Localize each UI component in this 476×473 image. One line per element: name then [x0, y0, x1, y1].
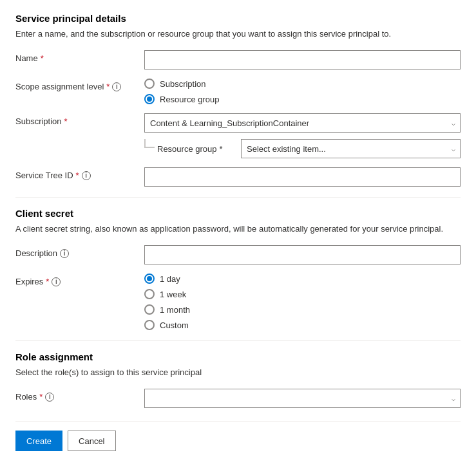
scope-resource-group-radio[interactable] [144, 94, 155, 104]
section-title-3: Role assignment [15, 351, 461, 362]
description-label: Description i [15, 245, 144, 258]
scope-radio-group: Subscription Resource group [144, 79, 461, 104]
expires-1week-radio[interactable] [144, 289, 155, 299]
subscription-label: Subscription * [15, 113, 144, 126]
section-desc-3: Select the role(s) to assign to this ser… [15, 367, 461, 377]
expires-1month-option[interactable]: 1 month [144, 304, 461, 315]
subscription-select[interactable]: Content & Learning_SubscriptionContainer [144, 113, 461, 133]
description-input[interactable] [144, 245, 461, 264]
name-input[interactable] [144, 50, 461, 70]
scope-subscription-radio[interactable] [144, 79, 155, 89]
scope-resource-group-option[interactable]: Resource group [144, 94, 461, 104]
scope-label: Scope assignment level * i [15, 79, 144, 91]
expires-custom-option[interactable]: Custom [144, 320, 461, 330]
create-button[interactable]: Create [15, 431, 62, 451]
expires-radio-group: 1 day 1 week 1 month Custom [144, 274, 461, 330]
expires-label: Expires * i [15, 274, 144, 286]
subscription-select-wrapper: Content & Learning_SubscriptionContainer… [144, 113, 461, 133]
scope-subscription-option[interactable]: Subscription [144, 79, 461, 89]
divider-1 [15, 197, 461, 198]
section-desc-1: Enter a name, and the subscription or re… [15, 29, 461, 39]
cancel-button[interactable]: Cancel [68, 431, 115, 451]
resource-group-label: Resource group [157, 144, 217, 154]
resource-group-select-wrapper: Select existing item... ⌵ [241, 139, 461, 158]
roles-label: Roles * i [15, 389, 144, 402]
button-row: Create Cancel [15, 421, 461, 451]
scope-info-icon[interactable]: i [112, 82, 121, 91]
expires-1week-option[interactable]: 1 week [144, 289, 461, 299]
section-title-2: Client secret [15, 208, 461, 219]
resource-group-select[interactable]: Select existing item... [241, 139, 461, 158]
description-info-icon[interactable]: i [60, 249, 69, 258]
divider-2 [15, 340, 461, 341]
expires-custom-radio[interactable] [144, 320, 155, 330]
section-title-1: Service principal details [15, 13, 461, 24]
indent-line [144, 139, 155, 148]
service-tree-input[interactable] [144, 167, 461, 187]
expires-1month-radio[interactable] [144, 304, 155, 315]
service-tree-label: Service Tree ID * i [15, 167, 144, 180]
roles-info-icon[interactable]: i [45, 393, 54, 402]
section-desc-2: A client secret string, also known as ap… [15, 224, 461, 234]
expires-info-icon[interactable]: i [52, 277, 61, 286]
name-label: Name * [15, 50, 144, 63]
service-tree-info-icon[interactable]: i [82, 171, 91, 180]
roles-select-wrapper: ⌵ [144, 389, 461, 408]
roles-select[interactable] [144, 389, 461, 408]
expires-1day-radio[interactable] [144, 274, 155, 284]
expires-1day-option[interactable]: 1 day [144, 274, 461, 284]
